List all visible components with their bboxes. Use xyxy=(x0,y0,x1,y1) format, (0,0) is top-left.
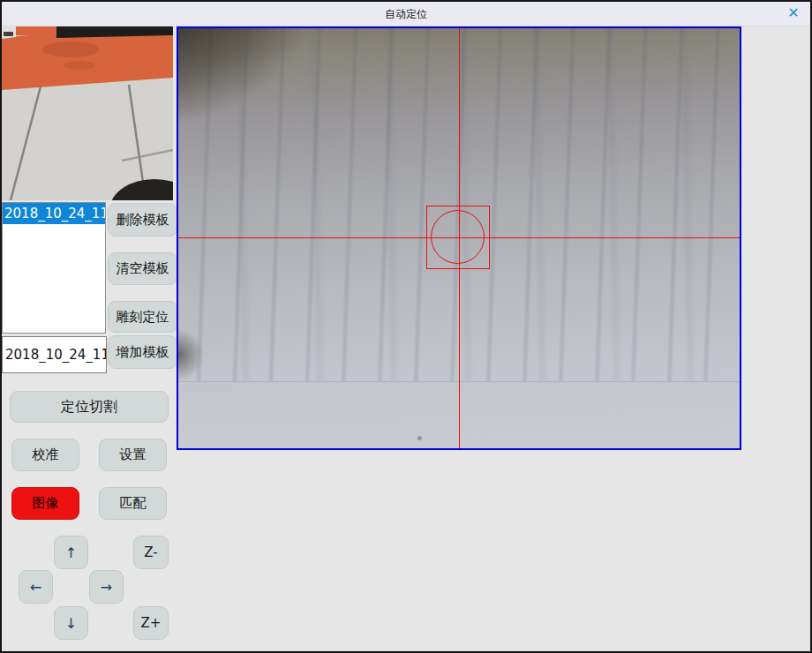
jog-down-button[interactable]: ↓ xyxy=(54,606,88,640)
delete-template-button[interactable]: 删除模板 xyxy=(108,203,177,236)
settings-button[interactable]: 设置 xyxy=(99,439,167,471)
calibrate-button[interactable]: 校准 xyxy=(11,439,79,471)
z-minus-button[interactable]: Z- xyxy=(133,536,169,569)
camera-view[interactable] xyxy=(177,26,741,450)
match-region-circle xyxy=(431,210,485,264)
image-button[interactable]: 图像 xyxy=(11,487,79,520)
match-button[interactable]: 匹配 xyxy=(99,487,167,520)
template-thumbnail xyxy=(2,26,173,200)
close-icon[interactable]: ✕ xyxy=(785,4,802,22)
position-cut-button[interactable]: 定位切割 xyxy=(10,391,169,423)
jog-right-button[interactable]: → xyxy=(89,570,124,604)
clear-template-button[interactable]: 清空模板 xyxy=(108,252,177,285)
jog-left-button[interactable]: ← xyxy=(19,570,53,604)
template-name-input[interactable] xyxy=(2,336,107,373)
page-title: 自动定位 xyxy=(2,7,810,22)
auto-position-dialog: 自动定位 ✕ 2018_10_24_11 删除模板 清空模板 雕刻定位 增加模板… xyxy=(0,0,812,653)
engrave-position-button[interactable]: 雕刻定位 xyxy=(108,301,177,333)
jog-up-button[interactable]: ↑ xyxy=(54,536,88,569)
list-item[interactable]: 2018_10_24_11 xyxy=(3,203,105,224)
template-list[interactable]: 2018_10_24_11 xyxy=(2,202,106,334)
camera-image xyxy=(178,28,740,448)
titlebar: 自动定位 ✕ xyxy=(2,2,810,26)
add-template-button[interactable]: 增加模板 xyxy=(108,335,177,369)
thumbnail-image xyxy=(2,26,173,200)
z-plus-button[interactable]: Z+ xyxy=(133,606,169,640)
camera-speck xyxy=(417,436,422,440)
